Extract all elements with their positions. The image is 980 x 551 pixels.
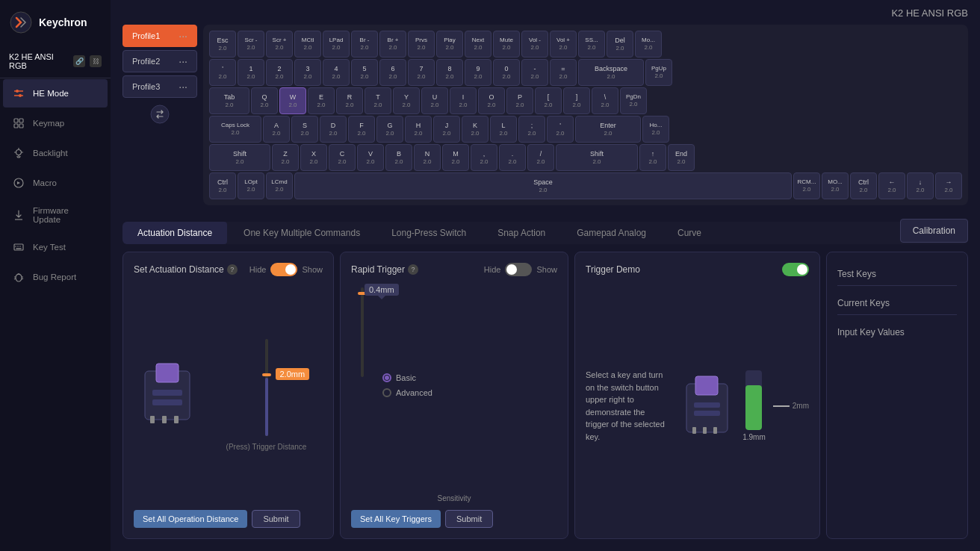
key-br-minus[interactable]: Br -2.0 bbox=[351, 31, 378, 57]
sidebar-item-backlight[interactable]: Backlight bbox=[3, 139, 108, 167]
key-i[interactable]: I2.0 bbox=[450, 87, 477, 114]
key-esc[interactable]: Esc2.0 bbox=[209, 31, 236, 57]
tab-actuation-distance[interactable]: Actuation Distance bbox=[122, 222, 227, 244]
key-pgdn[interactable]: PgDn2.0 bbox=[620, 87, 647, 114]
key-u[interactable]: U2.0 bbox=[421, 87, 448, 114]
link-icon-1[interactable]: 🔗 bbox=[73, 55, 85, 67]
key-scr-plus[interactable]: Scr +2.0 bbox=[266, 31, 293, 57]
sidebar-item-firmware-update[interactable]: Firmware Update bbox=[3, 199, 108, 231]
key-backslash[interactable]: \2.0 bbox=[592, 87, 618, 114]
key-1[interactable]: 12.0 bbox=[238, 59, 264, 86]
tab-one-key-multiple[interactable]: One Key Multiple Commands bbox=[229, 222, 375, 244]
key-mctl[interactable]: MCtl2.0 bbox=[294, 31, 321, 57]
rapid-help-icon[interactable]: ? bbox=[408, 264, 418, 275]
profile3-btn[interactable]: Profile3 ··· bbox=[122, 75, 197, 98]
key-backspace[interactable]: Backspace2.0 bbox=[578, 59, 644, 86]
key-down[interactable]: ↓2.0 bbox=[907, 172, 934, 199]
key-k[interactable]: K2.0 bbox=[462, 116, 489, 143]
set-all-triggers-btn[interactable]: Set All Key Triggers bbox=[351, 510, 441, 528]
key-play[interactable]: Play2.0 bbox=[436, 31, 463, 57]
key-lcmd[interactable]: LCmd2.0 bbox=[266, 172, 293, 199]
radio-basic[interactable]: Basic bbox=[382, 373, 432, 382]
sidebar-item-key-test[interactable]: Key Test bbox=[3, 233, 108, 261]
sidebar-item-bug-report[interactable]: Bug Report bbox=[3, 263, 108, 291]
key-q[interactable]: Q2.0 bbox=[251, 87, 278, 114]
key-end[interactable]: End2.0 bbox=[668, 144, 695, 171]
key-c[interactable]: C2.0 bbox=[329, 144, 356, 171]
calibration-button[interactable]: Calibration bbox=[900, 219, 968, 243]
key-b[interactable]: B2.0 bbox=[385, 144, 412, 171]
set-all-operation-btn[interactable]: Set All Operation Distance bbox=[134, 510, 247, 528]
key-next[interactable]: Next2.0 bbox=[465, 31, 491, 57]
key-rcmd[interactable]: RCM...2.0 bbox=[793, 172, 820, 199]
key-mo[interactable]: Mo...2.0 bbox=[635, 31, 662, 57]
actuation-help-icon[interactable]: ? bbox=[227, 264, 238, 275]
radio-advanced[interactable]: Advanced bbox=[382, 388, 432, 397]
key-r[interactable]: R2.0 bbox=[336, 87, 363, 114]
key-3[interactable]: 32.0 bbox=[294, 59, 321, 86]
key-s[interactable]: S2.0 bbox=[291, 116, 318, 143]
key-del[interactable]: Del2.0 bbox=[607, 31, 633, 57]
key-minus[interactable]: -2.0 bbox=[521, 59, 548, 86]
key-home[interactable]: Ho...2.0 bbox=[642, 116, 669, 143]
key-p[interactable]: P2.0 bbox=[506, 87, 533, 114]
swap-icon[interactable] bbox=[149, 104, 170, 125]
key-e[interactable]: E2.0 bbox=[308, 87, 335, 114]
key-semicolon[interactable]: ;2.0 bbox=[518, 116, 545, 143]
key-comma[interactable]: ,2.0 bbox=[471, 144, 497, 171]
key-a[interactable]: A2.0 bbox=[263, 116, 290, 143]
key-pgup[interactable]: PgUp2.0 bbox=[645, 59, 672, 86]
profile2-btn[interactable]: Profile2 ··· bbox=[122, 50, 197, 72]
key-z[interactable]: Z2.0 bbox=[272, 144, 299, 171]
key-vol-minus[interactable]: Vol -2.0 bbox=[521, 31, 548, 57]
key-right[interactable]: →2.0 bbox=[935, 172, 962, 199]
key-ss[interactable]: SS...2.0 bbox=[578, 31, 605, 57]
key-enter[interactable]: Enter2.0 bbox=[575, 116, 641, 143]
profile1-btn[interactable]: Profile1 ··· bbox=[122, 25, 197, 47]
key-h[interactable]: H2.0 bbox=[405, 116, 432, 143]
key-2[interactable]: 22.0 bbox=[266, 59, 293, 86]
key-br-plus[interactable]: Br +2.0 bbox=[379, 31, 406, 57]
rapid-submit-btn[interactable]: Submit bbox=[445, 510, 493, 528]
key-mo2[interactable]: MO...2.0 bbox=[822, 172, 849, 199]
link-icon-2[interactable]: ⛓ bbox=[90, 55, 102, 67]
key-f[interactable]: F2.0 bbox=[348, 116, 375, 143]
key-o[interactable]: O2.0 bbox=[478, 87, 505, 114]
key-rctrl[interactable]: Ctrl2.0 bbox=[850, 172, 877, 199]
key-scr-minus[interactable]: Scr -2.0 bbox=[238, 31, 264, 57]
key-lctrl[interactable]: Ctrl2.0 bbox=[209, 172, 236, 199]
key-6[interactable]: 62.0 bbox=[379, 59, 406, 86]
tab-gamepad-analog[interactable]: Gamepad Analog bbox=[562, 222, 661, 244]
key-0[interactable]: 02.0 bbox=[493, 59, 520, 86]
key-m[interactable]: M2.0 bbox=[442, 144, 469, 171]
key-j[interactable]: J2.0 bbox=[433, 116, 460, 143]
sidebar-item-keymap[interactable]: Keymap bbox=[3, 109, 108, 137]
key-vol-plus[interactable]: Vol +2.0 bbox=[550, 31, 577, 57]
key-7[interactable]: 72.0 bbox=[408, 59, 435, 86]
key-lbracket[interactable]: [2.0 bbox=[535, 87, 562, 114]
key-left[interactable]: ←2.0 bbox=[878, 172, 905, 199]
key-mute[interactable]: Mute2.0 bbox=[493, 31, 520, 57]
key-5[interactable]: 52.0 bbox=[351, 59, 378, 86]
key-lopt[interactable]: LOpt2.0 bbox=[238, 172, 264, 199]
key-g[interactable]: G2.0 bbox=[376, 116, 403, 143]
key-x[interactable]: X2.0 bbox=[300, 144, 327, 171]
key-t[interactable]: T2.0 bbox=[365, 87, 391, 114]
trigger-toggle[interactable] bbox=[782, 263, 809, 276]
key-lshift[interactable]: Shift2.0 bbox=[209, 144, 270, 171]
key-w[interactable]: W2.0 bbox=[279, 87, 306, 114]
sidebar-item-macro[interactable]: Macro bbox=[3, 169, 108, 197]
key-tab[interactable]: Tab2.0 bbox=[209, 87, 249, 114]
key-rbracket[interactable]: ]2.0 bbox=[563, 87, 590, 114]
key-rshift[interactable]: Shift2.0 bbox=[556, 144, 638, 171]
tab-snap-action[interactable]: Snap Action bbox=[483, 222, 560, 244]
key-4[interactable]: 42.0 bbox=[323, 59, 350, 86]
key-equals[interactable]: =2.0 bbox=[550, 59, 577, 86]
actuation-submit-btn[interactable]: Submit bbox=[252, 510, 300, 528]
key-8[interactable]: 82.0 bbox=[436, 59, 463, 86]
key-l[interactable]: L2.0 bbox=[490, 116, 517, 143]
key-lpad[interactable]: LPad2.0 bbox=[323, 31, 350, 57]
key-caps-lock[interactable]: Caps Lock2.0 bbox=[209, 116, 261, 143]
key-period[interactable]: .2.0 bbox=[499, 144, 526, 171]
key-up[interactable]: ↑2.0 bbox=[639, 144, 666, 171]
